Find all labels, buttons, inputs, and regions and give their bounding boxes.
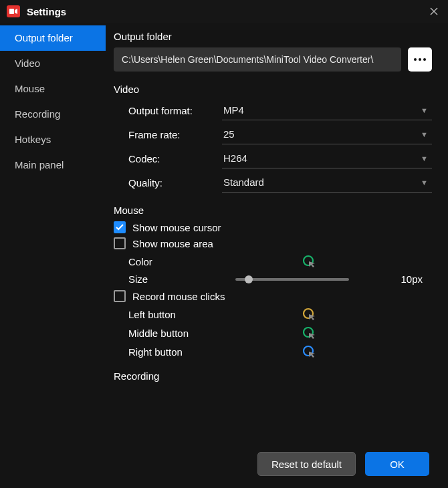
size-label: Size (128, 273, 235, 285)
chevron-down-icon: ▼ (421, 178, 428, 187)
sidebar-item-recording[interactable]: Recording (0, 102, 106, 127)
left-button-label: Left button (128, 309, 302, 320)
output-path-input[interactable] (114, 47, 401, 72)
codec-dropdown[interactable]: H264 ▼ (222, 148, 432, 168)
quality-dropdown[interactable]: Standard ▼ (222, 172, 432, 193)
title-bar: Settings (0, 0, 448, 23)
show-area-label: Show mouse area (132, 238, 213, 249)
button-label: Reset to default (271, 459, 342, 470)
section-title: Video (114, 84, 432, 95)
chevron-down-icon: ▼ (421, 154, 428, 162)
sidebar-item-output-folder[interactable]: Output folder (0, 25, 106, 51)
sidebar-item-hotkeys[interactable]: Hotkeys (0, 127, 106, 152)
right-button-color-cursor-icon[interactable] (302, 345, 316, 358)
codec-label: Codec: (128, 153, 222, 164)
record-clicks-checkbox[interactable] (114, 290, 126, 302)
chevron-down-icon: ▼ (421, 130, 428, 138)
section-mouse: Mouse Show mouse cursor Show mouse area … (114, 205, 432, 358)
sidebar-item-label: Hotkeys (15, 134, 51, 145)
section-output-folder: Output folder (114, 31, 432, 72)
section-title: Output folder (114, 31, 432, 42)
show-area-checkbox[interactable] (114, 237, 126, 249)
framerate-label: Frame rate: (128, 129, 222, 140)
chevron-down-icon: ▼ (421, 106, 428, 114)
ellipsis-icon (414, 58, 426, 61)
window-title: Settings (27, 6, 66, 17)
sidebar-item-label: Main panel (15, 159, 64, 170)
section-video: Video Output format: MP4 ▼ Frame rate: 2… (114, 84, 432, 193)
close-button[interactable] (423, 0, 445, 23)
sidebar-item-video[interactable]: Video (0, 51, 106, 76)
section-recording: Recording (114, 370, 432, 382)
svg-rect-0 (9, 9, 14, 14)
sidebar-item-main-panel[interactable]: Main panel (0, 152, 106, 178)
middle-button-color-cursor-icon[interactable] (302, 326, 316, 340)
output-format-label: Output format: (128, 105, 222, 116)
sidebar-item-label: Output folder (15, 32, 73, 43)
size-slider[interactable] (235, 278, 349, 281)
show-cursor-checkbox[interactable] (114, 221, 126, 233)
sidebar-item-label: Recording (15, 108, 60, 120)
quality-label: Quality: (128, 177, 222, 189)
dropdown-value: H264 (223, 152, 247, 164)
browse-button[interactable] (408, 47, 432, 72)
sidebar-item-label: Mouse (15, 83, 45, 94)
section-title: Mouse (114, 205, 432, 216)
button-label: OK (390, 459, 405, 470)
dropdown-value: 25 (223, 128, 235, 140)
framerate-dropdown[interactable]: 25 ▼ (222, 124, 432, 144)
section-title: Recording (114, 370, 432, 382)
size-value: 10px (389, 273, 423, 285)
sidebar-item-mouse[interactable]: Mouse (0, 76, 106, 102)
sidebar: Output folder Video Mouse Recording Hotk… (0, 23, 106, 444)
color-swatch-cursor-icon[interactable] (302, 255, 316, 268)
app-icon (7, 5, 20, 17)
dropdown-value: MP4 (223, 104, 244, 116)
show-cursor-label: Show mouse cursor (132, 222, 221, 233)
dropdown-value: Standard (223, 176, 264, 188)
record-clicks-label: Record mouse clicks (132, 291, 225, 302)
footer: Reset to default OK (0, 444, 448, 488)
settings-content: Output folder Video Output format: MP4 ▼ (114, 31, 436, 444)
ok-button[interactable]: OK (365, 452, 429, 476)
check-icon (116, 224, 124, 231)
reset-to-default-button[interactable]: Reset to default (257, 452, 356, 476)
sidebar-item-label: Video (15, 57, 40, 69)
middle-button-label: Middle button (128, 328, 302, 339)
output-format-dropdown[interactable]: MP4 ▼ (222, 100, 432, 120)
slider-thumb[interactable] (245, 275, 253, 283)
left-button-color-cursor-icon[interactable] (302, 308, 316, 321)
color-label: Color (128, 256, 302, 267)
right-button-label: Right button (128, 346, 302, 358)
close-icon (430, 7, 438, 15)
